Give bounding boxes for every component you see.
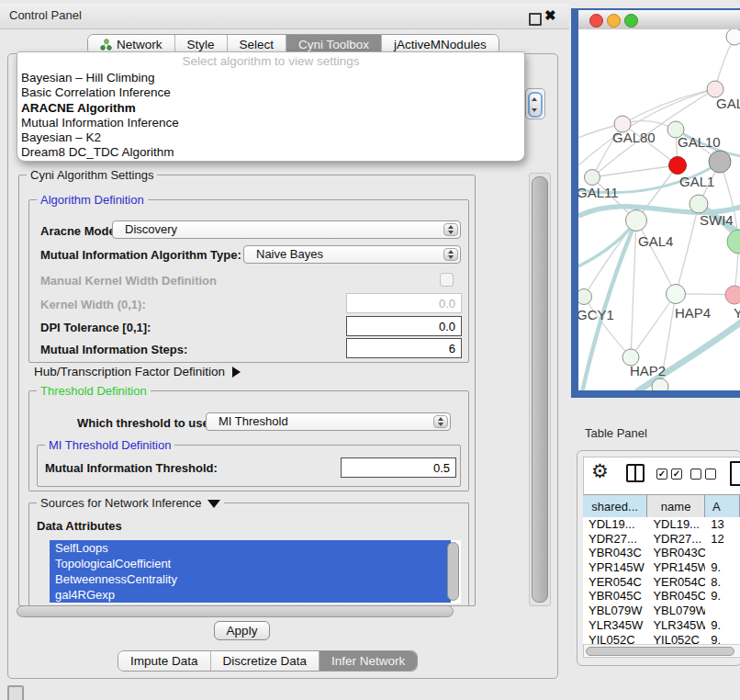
table-cell: YBR045C xyxy=(583,589,647,604)
tab-label: Discretize Data xyxy=(223,651,308,671)
algorithm-option-mutual-information-inference[interactable]: Mutual Information Inference xyxy=(17,116,524,130)
table-cell: YBL079W xyxy=(647,604,705,618)
column-header-name[interactable]: name xyxy=(647,495,705,517)
network-node-gal11[interactable] xyxy=(585,170,600,186)
attribute-item-selfloops[interactable]: SelfLoops xyxy=(50,540,451,556)
column-header-partial[interactable]: A xyxy=(705,495,740,517)
close-icon[interactable]: ✖ xyxy=(544,7,556,24)
table-row[interactable]: YDL19...YDL19...13 xyxy=(583,517,740,532)
table-row[interactable]: YPR145WYPR145W9. xyxy=(583,560,740,575)
attribute-list-scrollbar[interactable] xyxy=(447,542,459,601)
apply-button[interactable]: Apply xyxy=(214,621,270,640)
kernel-width-field[interactable]: 0.0 xyxy=(346,293,462,313)
table-row[interactable]: YLR345WYLR345W9. xyxy=(583,618,740,633)
column-header-shared[interactable]: shared... xyxy=(583,495,647,517)
network-node-gcy1[interactable] xyxy=(578,289,592,305)
attribute-item-topologicalcoefficient[interactable]: TopologicalCoefficient xyxy=(50,556,451,571)
which-threshold-combo[interactable]: MI Threshold xyxy=(206,412,451,431)
table-row[interactable]: YER054CYER054C8. xyxy=(583,575,740,590)
table-cell: 9. xyxy=(705,560,740,575)
table-horizontal-scrollbar[interactable] xyxy=(584,644,740,656)
close-traffic-light[interactable] xyxy=(589,14,603,28)
minimize-traffic-light[interactable] xyxy=(607,14,621,28)
zoom-traffic-light[interactable] xyxy=(624,14,638,28)
network-window-titlebar[interactable] xyxy=(578,10,740,30)
tab-infer-network[interactable]: Infer Network xyxy=(320,651,417,671)
algorithm-popup-placeholder: Select algorithm to view settings xyxy=(17,52,524,71)
unchecked-checkbox-icon[interactable] xyxy=(690,469,701,480)
cyni-algorithm-settings-title: Cyni Algorithm Settings xyxy=(27,168,157,182)
network-view[interactable]: GALGAL80GAL10GAL1GAL11SWI4GAL4GCY1HAP4YH… xyxy=(578,29,740,390)
algorithm-option-bayesian-hill-climbing[interactable]: Bayesian – Hill Climbing xyxy=(17,71,524,85)
tab-discretize-data[interactable]: Discretize Data xyxy=(211,651,320,671)
algorithm-option-dream8-dc-tdc-algorithm[interactable]: Dream8 DC_TDC Algorithm xyxy=(17,145,524,160)
table-cell: 8. xyxy=(705,575,740,590)
manual-kernel-checkbox[interactable] xyxy=(440,273,454,287)
algorithm-option-basic-correlation-inference[interactable]: Basic Correlation Inference xyxy=(17,85,524,100)
node-label-gal1: GAL1 xyxy=(679,174,714,189)
table-cell: YBL079W xyxy=(583,604,647,618)
checked-checkbox-icon[interactable]: ✓ xyxy=(671,469,682,480)
settings-horizontal-scrollbar[interactable] xyxy=(17,605,454,617)
document-icon[interactable] xyxy=(730,461,740,486)
table-row[interactable]: YBR045CYBR045C9. xyxy=(583,589,740,604)
network-node-gal1[interactable] xyxy=(669,157,687,175)
unchecked-checkbox-icon[interactable] xyxy=(705,469,716,480)
control-panel-title: Control Panel xyxy=(9,8,82,22)
table-cell: YBR043C xyxy=(647,546,705,560)
table-row[interactable]: YDR27...YDR27...12 xyxy=(583,532,740,547)
checked-checkbox-icon[interactable]: ✓ xyxy=(656,469,667,480)
settings-vertical-scrollbar[interactable] xyxy=(529,173,551,606)
attribute-item-gal4rgexp[interactable]: gal4RGexp xyxy=(50,587,451,603)
network-node-y[interactable] xyxy=(725,286,740,304)
table-row[interactable]: YBR043CYBR043C xyxy=(583,546,740,560)
combo-stepper-icon xyxy=(443,223,458,236)
table-row[interactable]: YBL079WYBL079W xyxy=(583,604,740,618)
settings-scrollbar-thumb[interactable] xyxy=(532,176,548,603)
node-label-y: Y xyxy=(734,305,740,321)
table-cell: YER054C xyxy=(583,575,647,590)
cyni-algorithm-settings-group: Cyni Algorithm Settings Algorithm Defini… xyxy=(18,175,476,606)
screen: Control Panel ✖ NetworkStyleSelectCyni T… xyxy=(0,0,740,700)
which-threshold-label: Which threshold to use: xyxy=(77,416,213,430)
mi-threshold-field[interactable]: 0.5 xyxy=(341,457,456,478)
dpi-tolerance-field[interactable]: 0.0 xyxy=(346,316,462,336)
background-combo-fragment xyxy=(525,88,545,119)
network-node[interactable] xyxy=(726,29,740,45)
attribute-item-betweennesscentrality[interactable]: BetweennessCentrality xyxy=(50,571,451,587)
table-scrollbar-thumb[interactable] xyxy=(586,647,734,656)
combo-stepper-focused[interactable] xyxy=(528,92,543,118)
table-cell: YDL19... xyxy=(647,517,705,532)
algorithm-option-bayesian-k2[interactable]: Bayesian – K2 xyxy=(17,130,524,145)
network-node[interactable] xyxy=(727,230,740,254)
kernel-width-label: Kernel Width (0,1): xyxy=(40,298,146,311)
node-label-gal80: GAL80 xyxy=(612,130,656,145)
aracne-mode-value: Discovery xyxy=(113,221,460,238)
table-cell: 12 xyxy=(705,532,740,547)
network-node-swi4[interactable] xyxy=(690,195,708,213)
tab-impute-data[interactable]: Impute Data xyxy=(118,651,211,671)
table-row[interactable]: YIL052CYIL052C9. xyxy=(583,633,740,645)
minimized-panel-icon[interactable] xyxy=(7,685,24,700)
mi-steps-field[interactable]: 6 xyxy=(346,338,462,358)
tab-label: Impute Data xyxy=(130,651,198,671)
table-cell: YER054C xyxy=(647,575,705,590)
table-cell: YLR345W xyxy=(647,618,705,633)
gear-icon[interactable]: ⚙ xyxy=(591,460,609,482)
node-label-gal: GAL xyxy=(716,96,740,111)
algorithm-option-aracne-algorithm[interactable]: ARACNE Algorithm xyxy=(17,101,524,116)
network-node[interactable] xyxy=(709,151,731,173)
network-node-gal4[interactable] xyxy=(626,210,647,231)
columns-icon[interactable] xyxy=(626,464,645,482)
mi-type-combo[interactable]: Naive Bayes xyxy=(243,245,461,264)
hub-factor-expander[interactable]: Hub/Transcription Factor Definition xyxy=(34,365,241,378)
float-window-icon[interactable] xyxy=(529,13,542,26)
sources-group-title: Sources for Network Inference xyxy=(37,496,224,510)
node-label-gcy1: GCY1 xyxy=(578,307,614,322)
table-cell: YPR145W xyxy=(583,560,647,575)
manual-kernel-label: Manual Kernel Width Definition xyxy=(40,274,217,288)
table-cell: YDL19... xyxy=(583,517,647,532)
network-node-hap4[interactable] xyxy=(667,285,686,304)
aracne-mode-combo[interactable]: Discovery xyxy=(112,220,461,239)
network-node[interactable] xyxy=(652,378,668,390)
